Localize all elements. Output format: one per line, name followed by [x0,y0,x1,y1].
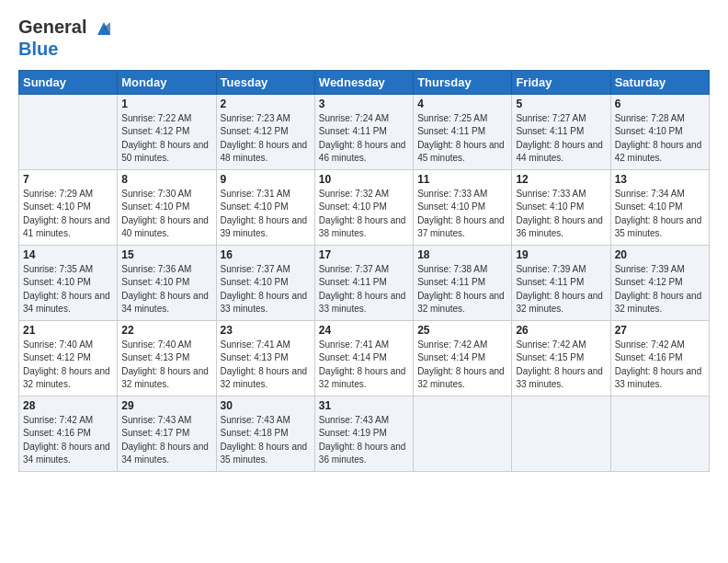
day-info: Sunrise: 7:43 AM Sunset: 4:19 PM Dayligh… [319,414,409,467]
day-cell: 3Sunrise: 7:24 AM Sunset: 4:11 PM Daylig… [314,94,413,169]
day-number: 10 [319,173,409,186]
day-cell: 1Sunrise: 7:22 AM Sunset: 4:12 PM Daylig… [118,94,216,169]
day-info: Sunrise: 7:37 AM Sunset: 4:10 PM Dayligh… [221,263,311,316]
day-number: 29 [121,399,211,412]
day-info: Sunrise: 7:43 AM Sunset: 4:17 PM Dayligh… [121,414,211,467]
day-number: 7 [23,173,113,186]
day-info: Sunrise: 7:40 AM Sunset: 4:13 PM Dayligh… [121,339,211,392]
day-info: Sunrise: 7:33 AM Sunset: 4:10 PM Dayligh… [417,188,507,241]
day-number: 15 [121,248,211,261]
weekday-header-monday: Monday [118,70,216,94]
day-info: Sunrise: 7:37 AM Sunset: 4:11 PM Dayligh… [319,263,409,316]
day-cell: 12Sunrise: 7:33 AM Sunset: 4:10 PM Dayli… [512,169,610,245]
day-number: 28 [23,399,113,412]
day-number: 31 [319,399,409,412]
header: General Blue [18,17,710,59]
day-cell: 7Sunrise: 7:29 AM Sunset: 4:10 PM Daylig… [19,169,118,245]
day-info: Sunrise: 7:24 AM Sunset: 4:11 PM Dayligh… [319,112,409,166]
weekday-header-thursday: Thursday [414,70,512,94]
weekday-header-wednesday: Wednesday [314,70,413,94]
weekday-header-tuesday: Tuesday [216,70,314,94]
day-info: Sunrise: 7:29 AM Sunset: 4:10 PM Dayligh… [23,188,113,241]
day-info: Sunrise: 7:32 AM Sunset: 4:10 PM Dayligh… [319,188,409,241]
day-cell: 26Sunrise: 7:42 AM Sunset: 4:15 PM Dayli… [512,320,610,396]
day-cell: 28Sunrise: 7:42 AM Sunset: 4:16 PM Dayli… [19,396,118,471]
day-cell: 25Sunrise: 7:42 AM Sunset: 4:14 PM Dayli… [414,320,512,396]
weekday-header-sunday: Sunday [19,70,118,94]
day-number: 23 [221,324,311,337]
calendar-table: SundayMondayTuesdayWednesdayThursdayFrid… [18,70,710,472]
day-info: Sunrise: 7:31 AM Sunset: 4:10 PM Dayligh… [221,188,311,241]
day-info: Sunrise: 7:35 AM Sunset: 4:10 PM Dayligh… [23,263,113,316]
day-number: 30 [221,399,311,412]
day-info: Sunrise: 7:38 AM Sunset: 4:11 PM Dayligh… [417,263,507,316]
logo-blue: Blue [18,39,114,59]
day-info: Sunrise: 7:43 AM Sunset: 4:18 PM Dayligh… [221,414,311,467]
weekday-header-saturday: Saturday [610,70,709,94]
header-row: SundayMondayTuesdayWednesdayThursdayFrid… [19,70,710,94]
week-row-1: 1Sunrise: 7:22 AM Sunset: 4:12 PM Daylig… [19,94,710,169]
day-cell: 14Sunrise: 7:35 AM Sunset: 4:10 PM Dayli… [19,245,118,320]
day-number: 24 [319,324,409,337]
day-info: Sunrise: 7:23 AM Sunset: 4:12 PM Dayligh… [221,112,311,166]
day-cell [414,396,512,471]
day-number: 26 [516,324,606,337]
day-info: Sunrise: 7:33 AM Sunset: 4:10 PM Dayligh… [516,188,606,241]
day-cell: 17Sunrise: 7:37 AM Sunset: 4:11 PM Dayli… [314,245,413,320]
day-number: 21 [23,324,113,337]
day-cell: 11Sunrise: 7:33 AM Sunset: 4:10 PM Dayli… [414,169,512,245]
day-number: 14 [23,248,113,261]
day-number: 25 [417,324,507,337]
day-info: Sunrise: 7:28 AM Sunset: 4:10 PM Dayligh… [615,112,705,166]
day-number: 2 [221,98,311,110]
day-cell: 19Sunrise: 7:39 AM Sunset: 4:11 PM Dayli… [512,245,610,320]
day-info: Sunrise: 7:25 AM Sunset: 4:11 PM Dayligh… [417,112,507,166]
week-row-3: 14Sunrise: 7:35 AM Sunset: 4:10 PM Dayli… [19,245,710,320]
week-row-4: 21Sunrise: 7:40 AM Sunset: 4:12 PM Dayli… [19,320,710,396]
day-cell: 15Sunrise: 7:36 AM Sunset: 4:10 PM Dayli… [118,245,216,320]
day-number: 5 [516,98,606,110]
day-cell: 31Sunrise: 7:43 AM Sunset: 4:19 PM Dayli… [314,396,413,471]
day-cell: 27Sunrise: 7:42 AM Sunset: 4:16 PM Dayli… [610,320,709,396]
day-cell [512,396,610,471]
day-number: 16 [221,248,311,261]
day-cell: 23Sunrise: 7:41 AM Sunset: 4:13 PM Dayli… [216,320,314,396]
logo: General Blue [18,17,114,59]
logo-general: General [18,17,86,37]
day-number: 18 [417,248,507,261]
day-cell: 8Sunrise: 7:30 AM Sunset: 4:10 PM Daylig… [118,169,216,245]
day-cell: 10Sunrise: 7:32 AM Sunset: 4:10 PM Dayli… [314,169,413,245]
day-cell: 13Sunrise: 7:34 AM Sunset: 4:10 PM Dayli… [610,169,709,245]
day-cell: 4Sunrise: 7:25 AM Sunset: 4:11 PM Daylig… [414,94,512,169]
day-number: 9 [221,173,311,186]
day-info: Sunrise: 7:42 AM Sunset: 4:15 PM Dayligh… [516,339,606,392]
weekday-header-friday: Friday [512,70,610,94]
day-cell: 5Sunrise: 7:27 AM Sunset: 4:11 PM Daylig… [512,94,610,169]
day-info: Sunrise: 7:30 AM Sunset: 4:10 PM Dayligh… [121,188,211,241]
day-info: Sunrise: 7:40 AM Sunset: 4:12 PM Dayligh… [23,339,113,392]
day-number: 22 [121,324,211,337]
week-row-5: 28Sunrise: 7:42 AM Sunset: 4:16 PM Dayli… [19,396,710,471]
day-number: 8 [121,173,211,186]
day-number: 27 [615,324,705,337]
day-cell: 9Sunrise: 7:31 AM Sunset: 4:10 PM Daylig… [216,169,314,245]
day-info: Sunrise: 7:41 AM Sunset: 4:13 PM Dayligh… [221,339,311,392]
day-info: Sunrise: 7:27 AM Sunset: 4:11 PM Dayligh… [516,112,606,166]
day-cell: 22Sunrise: 7:40 AM Sunset: 4:13 PM Dayli… [118,320,216,396]
day-info: Sunrise: 7:42 AM Sunset: 4:14 PM Dayligh… [417,339,507,392]
day-number: 19 [516,248,606,261]
day-number: 6 [615,98,705,110]
day-cell [19,94,118,169]
day-info: Sunrise: 7:36 AM Sunset: 4:10 PM Dayligh… [121,263,211,316]
day-cell: 21Sunrise: 7:40 AM Sunset: 4:12 PM Dayli… [19,320,118,396]
day-cell [610,396,709,471]
day-cell: 20Sunrise: 7:39 AM Sunset: 4:12 PM Dayli… [610,245,709,320]
day-number: 1 [121,98,211,110]
day-cell: 2Sunrise: 7:23 AM Sunset: 4:12 PM Daylig… [216,94,314,169]
day-cell: 29Sunrise: 7:43 AM Sunset: 4:17 PM Dayli… [118,396,216,471]
page-container: General Blue SundayMondayTuesdayWednesda… [0,0,728,481]
day-number: 11 [417,173,507,186]
day-number: 4 [417,98,507,110]
day-cell: 16Sunrise: 7:37 AM Sunset: 4:10 PM Dayli… [216,245,314,320]
day-number: 12 [516,173,606,186]
